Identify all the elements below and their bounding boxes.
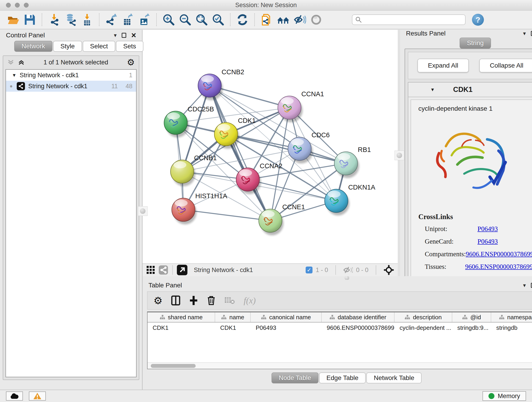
results-panel: Results Panel ▾ × String Expand All Coll… — [400, 30, 532, 276]
hide-unhide-button[interactable] — [293, 13, 306, 26]
network-node-ccna1[interactable]: CCNA1 — [278, 90, 324, 122]
eye-slash-blue-icon — [293, 13, 306, 26]
tab-edge-table[interactable]: Edge Table — [319, 372, 366, 383]
table-cell[interactable]: stringdb:9... — [452, 322, 491, 333]
tab-style[interactable]: Style — [53, 41, 82, 52]
refresh-view-button[interactable] — [236, 13, 249, 26]
network-node-ccnb1[interactable]: CCNB1 — [171, 154, 217, 186]
close-window-button[interactable] — [6, 3, 11, 7]
column-header-canonical-name[interactable]: canonical name — [251, 313, 322, 322]
table-toolbar: ⚙ f(x) — [147, 291, 532, 310]
export-network-button[interactable] — [105, 13, 118, 26]
table-cell[interactable]: stringdb — [491, 322, 532, 333]
network-edge[interactable] — [210, 85, 270, 220]
network-edge[interactable] — [248, 179, 336, 201]
float-panel-icon[interactable] — [122, 33, 126, 38]
network-node-hist1h1a[interactable]: HIST1H1A — [172, 192, 228, 224]
sphere-view-button[interactable] — [310, 13, 323, 26]
memory-button[interactable]: Memory — [482, 391, 526, 401]
clone-network-button[interactable] — [260, 13, 273, 26]
tab-network[interactable]: Network — [14, 41, 52, 52]
tab-network-table[interactable]: Network Table — [366, 372, 422, 383]
minimize-window-button[interactable] — [15, 3, 20, 7]
node-label: CCNA1 — [301, 90, 324, 98]
zoom-selected-button[interactable] — [211, 13, 225, 26]
column-header-description[interactable]: description — [394, 313, 452, 322]
table-gear-icon[interactable]: ⚙ — [153, 295, 162, 306]
horizontal-scrollbar[interactable] — [147, 362, 532, 369]
crosslink-link[interactable]: 9606.ENSP00000378699 — [465, 263, 532, 270]
help-button[interactable]: ? — [472, 14, 484, 26]
network-node-ccnb2[interactable]: CCNB2 — [198, 68, 244, 100]
network-graph[interactable]: CCNB2CCNA1CDC25BCDK1CDC6RB1CCNB1CCNA2CDK… — [143, 30, 398, 282]
tab-sets[interactable]: Sets — [116, 41, 143, 52]
close-panel-icon[interactable]: × — [131, 32, 136, 39]
float-panel-icon[interactable] — [531, 283, 532, 288]
import-network-database-button[interactable] — [64, 13, 77, 26]
cloud-status-button[interactable] — [6, 391, 23, 401]
entry-caret-icon[interactable]: ▼ — [430, 87, 435, 92]
float-panel-icon[interactable] — [531, 31, 532, 36]
collapse-all-button[interactable]: Collapse All — [479, 59, 532, 72]
tab-string[interactable]: String — [460, 38, 491, 49]
open-session-button[interactable] — [7, 13, 20, 26]
expand-all-button[interactable]: Expand All — [418, 59, 469, 72]
node-label: CCNB2 — [222, 68, 244, 76]
column-header-namespace[interactable]: namespace — [491, 313, 532, 322]
tab-select[interactable]: Select — [83, 41, 115, 52]
export-image-button[interactable] — [138, 13, 151, 26]
column-header-name[interactable]: name — [215, 313, 251, 322]
network-node-cdkn1a[interactable]: CDKN1A — [325, 184, 375, 216]
table-cell[interactable]: CDK1 — [215, 322, 251, 333]
import-table-file-button[interactable] — [80, 13, 94, 26]
gear-icon[interactable]: ⚙ — [127, 57, 135, 67]
crosslink-link[interactable]: P06493 — [477, 225, 498, 233]
home-view-button[interactable] — [277, 13, 290, 26]
table-cell[interactable]: 9606.ENSP00000378699 — [322, 322, 394, 333]
table-cell[interactable]: P06493 — [251, 322, 322, 333]
table-cell[interactable]: CDK1 — [147, 322, 215, 333]
import-network-file-button[interactable] — [47, 13, 61, 26]
expand-all-icon[interactable] — [18, 59, 25, 65]
left-splitter-handle[interactable] — [138, 206, 147, 216]
network-node-rb1[interactable]: RB1 — [334, 146, 371, 178]
zoom-window-button[interactable] — [24, 3, 29, 7]
toolbar-separator — [254, 13, 255, 26]
right-splitter-handle[interactable] — [394, 151, 404, 160]
crosslink-link[interactable]: 9606.ENSP00000378699 — [466, 250, 532, 258]
add-column-icon[interactable] — [189, 295, 198, 306]
panel-menu-caret-icon[interactable]: ▾ — [523, 30, 526, 37]
warning-status-button[interactable] — [29, 391, 46, 401]
crosslink-link[interactable]: P06493 — [477, 238, 498, 245]
zoom-out-button[interactable] — [178, 13, 192, 26]
save-session-button[interactable] — [23, 13, 36, 26]
column-header-database-identifier[interactable]: database identifier — [322, 313, 394, 322]
show-columns-icon[interactable] — [171, 295, 180, 306]
scrollbar-thumb[interactable] — [151, 364, 196, 368]
delete-column-icon[interactable] — [207, 295, 215, 306]
table-panel: Table Panel ▾ × ⚙ — [143, 280, 532, 390]
network-canvas[interactable]: CCNB2CCNA1CDC25BCDK1CDC6RB1CCNB1CCNA2CDK… — [143, 30, 398, 263]
network-node-cdc25b[interactable]: CDC25B — [164, 105, 214, 138]
network-node-ccne1[interactable]: CCNE1 — [259, 203, 305, 235]
panel-menu-caret-icon[interactable]: ▾ — [114, 32, 117, 38]
zoom-fit-button[interactable] — [195, 13, 208, 26]
table-cell[interactable]: cyclin-dependent ... — [394, 322, 452, 333]
protein-structure-image — [418, 115, 532, 213]
collapse-all-icon[interactable] — [7, 59, 14, 65]
search-input[interactable] — [362, 16, 462, 23]
panel-menu-caret-icon[interactable]: ▾ — [523, 282, 526, 288]
column-header-shared-name[interactable]: shared name — [147, 313, 215, 322]
zoom-in-button[interactable] — [162, 13, 175, 26]
collection-caret-icon[interactable]: ▼ — [12, 73, 17, 78]
network-collection-row[interactable]: ▼ String Network - cdk1 1 — [6, 70, 136, 81]
export-table-button[interactable] — [121, 13, 134, 26]
tab-node-table[interactable]: Node Table — [272, 372, 318, 383]
network-row-selected[interactable]: ● String Network - cdk1 11 48 — [6, 81, 136, 92]
main-toolbar: ? — [0, 11, 532, 29]
column-header-@id[interactable]: @id — [452, 313, 491, 322]
table-row[interactable]: CDK1CDK1P064939606.ENSP00000378699cyclin… — [147, 322, 532, 333]
network-node-cdc6[interactable]: CDC6 — [288, 131, 330, 163]
network-node-cdk1[interactable]: CDK1 — [215, 117, 256, 149]
entry-header[interactable]: ▼ CDK1 — [408, 83, 532, 97]
